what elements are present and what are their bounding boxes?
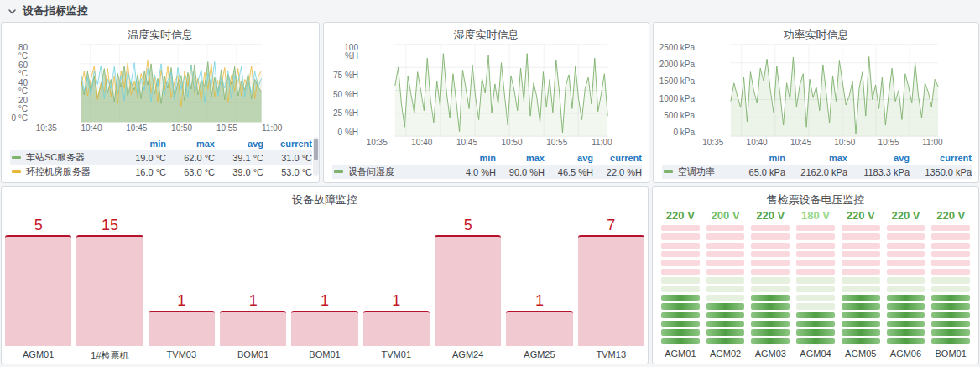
legend-value-max: 62.0 °C [166, 153, 215, 163]
fault-bar[interactable] [435, 235, 501, 346]
legend-header-max[interactable]: max [166, 139, 215, 149]
panel-title-faults[interactable]: 设备故障监控 [2, 187, 648, 207]
panel-title-voltage[interactable]: 售检票设备电压监控 [653, 187, 978, 207]
gauge-cell-unlit-green [751, 277, 790, 283]
legend-header-avg[interactable]: avg [545, 153, 593, 163]
x-tick-label: 10:45 [790, 138, 811, 147]
fault-bar-label: AGM01 [5, 346, 71, 364]
x-axis: 10:3510:4010:4510:5010:5511:00 [32, 123, 310, 135]
gauge-cell-unlit-red [887, 251, 925, 257]
x-tick-label: 10:50 [171, 123, 192, 133]
legend-header-current[interactable]: current [593, 153, 642, 163]
gauge-cell-unlit-green [796, 286, 835, 292]
fault-bar-column: 5 [435, 225, 501, 346]
legend-header-avg[interactable]: avg [215, 139, 263, 149]
fault-bar[interactable] [578, 235, 644, 346]
humidity-chart[interactable]: 100 %H75 %H50 %H25 %H0 %H [324, 42, 649, 137]
gauge-cell-unlit-red [661, 243, 700, 249]
power-chart[interactable]: 2500 kPa2000 kPa1500 kPa1000 kPa500 kPa0… [654, 42, 978, 137]
fault-bar[interactable] [220, 311, 286, 346]
fault-bar[interactable] [149, 311, 215, 346]
legend-value-min: 16.0 °C [117, 167, 166, 177]
gauge-cell-unlit-red [796, 233, 835, 239]
legend-series-name[interactable]: 设备间湿度 [332, 165, 447, 178]
gauge-cell-unlit-green [661, 277, 700, 283]
gauge-cell-unlit-red [661, 251, 700, 257]
panel-power: 功率实时信息 2500 kPa2000 kPa1500 kPa1000 kPa5… [653, 22, 979, 183]
fault-bar[interactable] [363, 311, 430, 346]
fault-bar-column: 1 [291, 225, 357, 346]
gauge-cell-lit [842, 303, 880, 309]
gauge-cell-lit [706, 303, 745, 309]
panel-title-power[interactable]: 功率实时信息 [654, 23, 978, 42]
x-tick-label: 10:40 [81, 123, 102, 133]
x-tick-label: 11:00 [592, 138, 612, 147]
gauge-cell-lit [887, 338, 925, 344]
x-tick-label: 10:40 [411, 138, 432, 147]
gauge-cell-lit [706, 312, 745, 318]
plot-canvas[interactable] [32, 44, 310, 123]
chevron-down-icon[interactable] [8, 7, 17, 16]
x-tick-label: 10:35 [36, 123, 57, 133]
legend-header-max[interactable]: max [785, 153, 847, 163]
y-tick-label: 60 °C [7, 61, 28, 78]
y-tick-label: 0 °C [7, 114, 28, 123]
fault-bar-label: TVM13 [578, 346, 644, 364]
legend-header-min[interactable]: min [447, 153, 496, 163]
temperature-chart[interactable]: 80 °C60 °C40 °C20 °C0 °C [2, 42, 319, 123]
legend-value-max: 90.0 %H [496, 167, 545, 177]
panel-title-temperature[interactable]: 温度实时信息 [2, 23, 319, 42]
gauge-cell-unlit-green [751, 286, 790, 292]
fault-bar-column: 1 [363, 225, 430, 346]
legend-scrollbar[interactable] [313, 137, 319, 176]
legend-header-min[interactable]: min [723, 153, 785, 163]
legend-value-min: 19.0 °C [117, 153, 166, 163]
legend-header-current[interactable]: current [263, 139, 312, 149]
gauge-cell-unlit-red [842, 233, 880, 239]
gauge-cell-lit [706, 321, 745, 327]
legend-series-name[interactable]: 环控机房服务器 [10, 165, 117, 178]
legend-value-avg: 39.0 °C [215, 167, 263, 177]
gauge-cell-lit [751, 321, 790, 327]
plot-canvas[interactable] [699, 44, 970, 137]
y-tick-label: 50 %H [329, 91, 358, 99]
legend-series-name[interactable]: 车站SC服务器 [10, 151, 117, 164]
voltage-gauge-column: 220 VAGM05 [842, 207, 880, 360]
voltage-device-label: AGM05 [842, 344, 880, 360]
gauge-cell-unlit-red [661, 260, 700, 265]
y-tick-label: 2000 kPa [659, 60, 695, 69]
gauge-cell-lit [887, 329, 925, 335]
fault-bar-value: 15 [76, 217, 143, 233]
x-tick-label: 10:35 [367, 138, 388, 147]
legend-header-min[interactable]: min [117, 139, 166, 149]
legend-header-max[interactable]: max [496, 153, 545, 163]
x-tick-label: 10:55 [878, 138, 899, 147]
legend-series-name[interactable]: 空调功率 [662, 165, 723, 178]
fault-bar[interactable] [76, 235, 143, 346]
gauge-cell-lit [661, 312, 700, 318]
fault-bar-chart[interactable]: 5151111517 [2, 225, 648, 346]
panel-title-humidity[interactable]: 湿度实时信息 [324, 23, 649, 42]
plot-canvas[interactable] [362, 44, 640, 137]
gauge-cell-lit [931, 321, 970, 327]
gauge-cell-lit [751, 312, 790, 318]
section-title[interactable]: 设备指标监控 [23, 3, 88, 18]
gauge-cell-unlit-green [887, 277, 925, 283]
legend-value-avg: 1183.3 kPa [847, 167, 910, 177]
gauge-cell-lit [842, 321, 880, 327]
fault-bar-value: 1 [363, 292, 430, 309]
fault-bar[interactable] [5, 235, 71, 346]
gauge-cell-unlit-red [706, 260, 745, 265]
voltage-bar-gauge[interactable]: 220 VAGM01200 VAGM02220 VAGM03180 VAGM04… [653, 207, 978, 364]
gauge-cell-lit [796, 329, 835, 335]
fault-bar-label: AGM24 [435, 346, 501, 364]
fault-bar[interactable] [506, 311, 572, 346]
y-tick-label: 1000 kPa [659, 95, 695, 103]
legend-header-avg[interactable]: avg [847, 153, 910, 163]
gauge-cell-unlit-green [796, 295, 835, 301]
legend-header-current[interactable]: current [910, 153, 972, 163]
x-tick-label: 10:50 [834, 138, 855, 147]
gauge-cell-unlit-red [751, 251, 790, 257]
fault-bar[interactable] [291, 311, 357, 346]
legend-scrollbar-thumb[interactable] [314, 139, 318, 160]
